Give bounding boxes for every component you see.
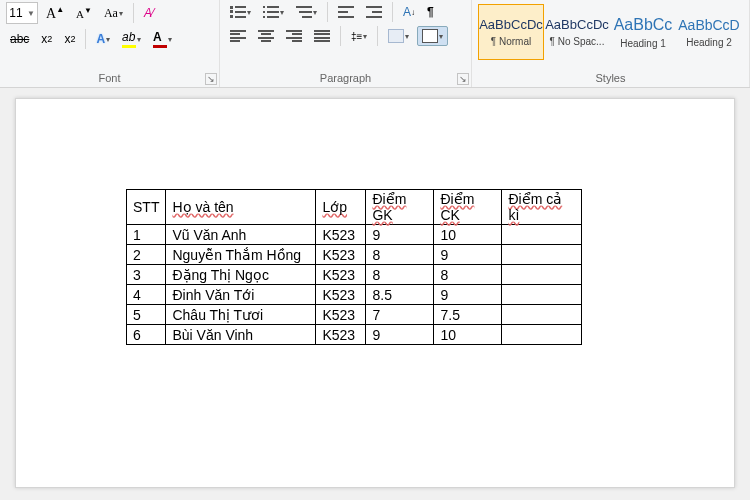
font-size-combo[interactable]: ▼: [6, 2, 38, 24]
decrease-indent-button[interactable]: [334, 3, 358, 21]
cell-gk[interactable]: 9: [366, 325, 434, 345]
table-row[interactable]: 2Nguyễn Thắm HồngK52389: [127, 245, 582, 265]
table-body: 1Vũ Văn AnhK5239102Nguyễn Thắm HồngK5238…: [127, 225, 582, 345]
cell-stt[interactable]: 3: [127, 265, 166, 285]
cell-caki[interactable]: [502, 285, 582, 305]
cell-lop[interactable]: K523: [316, 305, 366, 325]
paragraph-group: ▾ ▾ ▾ A↓ ¶ ‡≡▾ ▾ ▾ Parag: [220, 0, 472, 87]
increase-indent-button[interactable]: [362, 3, 386, 21]
cell-ck[interactable]: 9: [434, 285, 502, 305]
shrink-font-button[interactable]: A▼: [72, 4, 96, 22]
bullets-button[interactable]: ▾: [226, 3, 255, 21]
style-sample: AaBbCcDc: [545, 17, 609, 32]
cell-gk[interactable]: 8: [366, 245, 434, 265]
font-size-input[interactable]: [7, 5, 25, 21]
cell-stt[interactable]: 1: [127, 225, 166, 245]
sort-button[interactable]: A↓: [399, 3, 419, 21]
cell-ck[interactable]: 7.5: [434, 305, 502, 325]
cell-gk[interactable]: 8.5: [366, 285, 434, 305]
align-center-button[interactable]: [254, 27, 278, 45]
cell-lop[interactable]: K523: [316, 285, 366, 305]
header-ck[interactable]: Điểm CK: [434, 190, 502, 225]
cell-name[interactable]: Vũ Văn Anh: [166, 225, 316, 245]
divider: [392, 2, 393, 22]
cell-stt[interactable]: 4: [127, 285, 166, 305]
style-heading1[interactable]: AaBbCc Heading 1: [610, 4, 676, 60]
cell-stt[interactable]: 5: [127, 305, 166, 325]
style-no-spacing[interactable]: AaBbCcDc ¶ No Spac...: [544, 4, 610, 60]
style-name-label: ¶ Normal: [491, 36, 531, 47]
change-case-button[interactable]: Aa▾: [100, 4, 127, 23]
table-header-row[interactable]: STT Họ và tên Lớp Điểm GK Điểm CK Điểm c…: [127, 190, 582, 225]
cell-name[interactable]: Đinh Văn Tới: [166, 285, 316, 305]
cell-gk[interactable]: 7: [366, 305, 434, 325]
style-name-label: Heading 2: [686, 37, 732, 48]
font-group: ▼ A▲ A▼ Aa▾ A∕ abc x2 x2 A▾ ab▾ A▾ Font …: [0, 0, 220, 87]
styles-group: AaBbCcDc ¶ Normal AaBbCcDc ¶ No Spac... …: [472, 0, 750, 87]
style-normal[interactable]: AaBbCcDc ¶ Normal: [478, 4, 544, 60]
text-effects-button[interactable]: A▾: [92, 30, 114, 48]
cell-stt[interactable]: 6: [127, 325, 166, 345]
borders-button[interactable]: ▾: [417, 26, 448, 46]
cell-ck[interactable]: 10: [434, 325, 502, 345]
cell-lop[interactable]: K523: [316, 325, 366, 345]
cell-caki[interactable]: [502, 225, 582, 245]
cell-lop[interactable]: K523: [316, 225, 366, 245]
header-lop[interactable]: Lớp: [316, 190, 366, 225]
cell-caki[interactable]: [502, 325, 582, 345]
document-page[interactable]: STT Họ và tên Lớp Điểm GK Điểm CK Điểm c…: [15, 98, 735, 488]
cell-name[interactable]: Nguyễn Thắm Hồng: [166, 245, 316, 265]
cell-ck[interactable]: 10: [434, 225, 502, 245]
style-sample: AaBbCc: [614, 16, 673, 34]
cell-gk[interactable]: 9: [366, 225, 434, 245]
font-color-button[interactable]: A▾: [149, 28, 176, 50]
font-dialog-launcher[interactable]: ↘: [205, 73, 217, 85]
divider: [133, 3, 134, 23]
style-sample: AaBbCcD: [678, 17, 739, 33]
line-spacing-button[interactable]: ‡≡▾: [347, 29, 371, 44]
justify-button[interactable]: [310, 27, 334, 45]
table-row[interactable]: 3Đặng Thị NgọcK52388: [127, 265, 582, 285]
multilevel-list-button[interactable]: ▾: [292, 3, 321, 21]
cell-gk[interactable]: 8: [366, 265, 434, 285]
cell-name[interactable]: Đặng Thị Ngọc: [166, 265, 316, 285]
table-row[interactable]: 4Đinh Văn TớiK5238.59: [127, 285, 582, 305]
header-caki[interactable]: Điểm cả kì: [502, 190, 582, 225]
cell-lop[interactable]: K523: [316, 265, 366, 285]
cell-caki[interactable]: [502, 265, 582, 285]
style-heading2[interactable]: AaBbCcD Heading 2: [676, 4, 742, 60]
cell-stt[interactable]: 2: [127, 245, 166, 265]
shading-button[interactable]: ▾: [384, 27, 413, 45]
style-name-label: ¶ No Spac...: [550, 36, 605, 47]
table-row[interactable]: 1Vũ Văn AnhK523910: [127, 225, 582, 245]
cell-ck[interactable]: 9: [434, 245, 502, 265]
paragraph-dialog-launcher[interactable]: ↘: [457, 73, 469, 85]
grow-font-button[interactable]: A▲: [42, 3, 68, 24]
clear-formatting-button[interactable]: A∕: [140, 4, 158, 22]
cell-caki[interactable]: [502, 305, 582, 325]
cell-lop[interactable]: K523: [316, 245, 366, 265]
highlight-button[interactable]: ab▾: [118, 28, 145, 50]
header-hoten[interactable]: Họ và tên: [166, 190, 316, 225]
header-stt[interactable]: STT: [127, 190, 166, 225]
strikethrough-button[interactable]: abc: [6, 30, 33, 48]
data-table[interactable]: STT Họ và tên Lớp Điểm GK Điểm CK Điểm c…: [126, 189, 582, 345]
divider: [327, 2, 328, 22]
cell-name[interactable]: Châu Thị Tươi: [166, 305, 316, 325]
numbering-button[interactable]: ▾: [259, 3, 288, 21]
align-right-button[interactable]: [282, 27, 306, 45]
paragraph-group-label: Paragraph: [226, 70, 465, 85]
header-gk[interactable]: Điểm GK: [366, 190, 434, 225]
superscript-button[interactable]: x2: [60, 30, 79, 48]
divider: [85, 29, 86, 49]
cell-ck[interactable]: 8: [434, 265, 502, 285]
show-paragraph-marks-button[interactable]: ¶: [423, 3, 438, 21]
subscript-button[interactable]: x2: [37, 30, 56, 48]
cell-caki[interactable]: [502, 245, 582, 265]
chevron-down-icon[interactable]: ▼: [25, 9, 37, 18]
table-row[interactable]: 5Châu Thị TươiK52377.5: [127, 305, 582, 325]
table-row[interactable]: 6Bùi Văn VinhK523910: [127, 325, 582, 345]
align-left-button[interactable]: [226, 27, 250, 45]
style-gallery: AaBbCcDc ¶ Normal AaBbCcDc ¶ No Spac... …: [478, 2, 743, 60]
cell-name[interactable]: Bùi Văn Vinh: [166, 325, 316, 345]
